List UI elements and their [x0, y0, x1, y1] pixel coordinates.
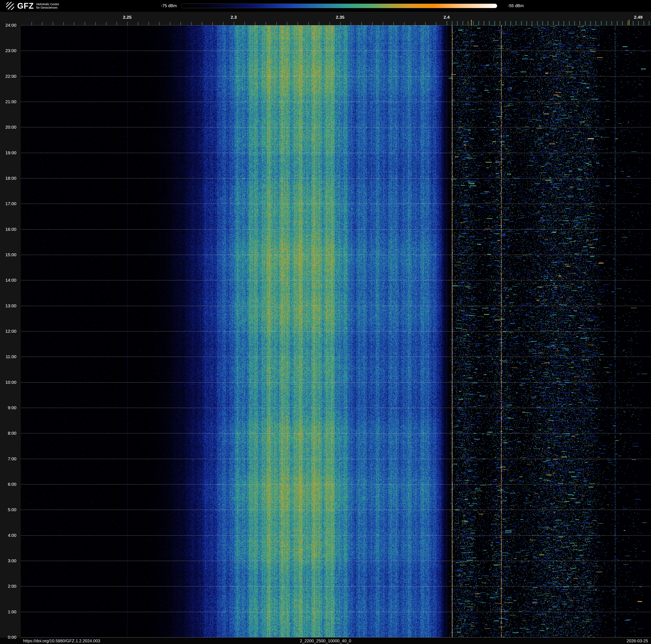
doi-link[interactable]: https://doi.org/10.5880/GFZ.1.2.2024.003: [23, 639, 100, 643]
freq-minor-tick: [266, 22, 266, 25]
time-label-6-00: 6:00: [0, 482, 17, 487]
time-label-22-00: 22:00: [0, 74, 17, 79]
time-label-21-00: 21:00: [0, 99, 17, 104]
time-label-19-00: 19:00: [0, 150, 17, 155]
time-label-17-00: 17:00: [0, 201, 17, 206]
freq-minor-tick: [404, 22, 404, 25]
freq-wifi-tick: [644, 21, 644, 25]
freq-minor-tick: [31, 22, 32, 25]
freq-label-2.49: 2.49: [634, 15, 643, 20]
time-label-15-00: 15:00: [0, 252, 17, 257]
freq-minor-tick: [244, 22, 245, 25]
freq-wifi-tick: [585, 21, 586, 25]
freq-minor-tick: [63, 22, 64, 25]
dataset-filename: 2_2200_2500_10000_40_0: [300, 639, 351, 643]
freq-minor-tick: [255, 22, 255, 25]
freq-minor-tick: [191, 22, 191, 25]
time-label-23-00: 23:00: [0, 48, 17, 53]
freq-wifi-tick: [452, 21, 452, 25]
freq-wifi-tick: [595, 21, 596, 25]
time-label-13-00: 13:00: [0, 303, 17, 308]
freq-minor-tick: [425, 22, 426, 25]
freq-wifi-tick: [553, 21, 554, 25]
time-label-9-00: 9:00: [0, 405, 17, 410]
time-label-3-00: 3:00: [0, 558, 17, 563]
freq-wifi-tick: [505, 21, 506, 25]
footer-bar: https://doi.org/10.5880/GFZ.1.2.2024.003…: [0, 638, 651, 644]
freq-minor-tick: [308, 22, 309, 25]
freq-wifi-tick: [649, 21, 649, 25]
colorbar-gradient: [181, 4, 497, 8]
freq-wifi-tick: [473, 21, 473, 25]
freq-wifi-tick: [617, 21, 617, 25]
freq-wifi-tick: [580, 21, 580, 25]
freq-minor-tick: [53, 22, 53, 25]
freq-minor-tick: [138, 22, 138, 25]
freq-wifi-tick: [495, 21, 495, 25]
time-label-5-00: 5:00: [0, 507, 17, 512]
freq-marker-tick: [471, 20, 472, 25]
colorbar-max-label: -55 dBm: [508, 3, 524, 8]
time-label-24-00: 24:00: [0, 23, 17, 28]
freq-minor-tick: [85, 22, 85, 25]
time-label-7-00: 7:00: [0, 456, 17, 461]
freq-minor-tick: [127, 22, 128, 25]
freq-wifi-tick: [627, 21, 628, 25]
time-label-2-00: 2:00: [0, 584, 17, 589]
freq-minor-tick: [393, 22, 394, 25]
freq-minor-tick: [436, 22, 436, 25]
spectrogram-viewer: GFZ Helmholtz Centre for Geosciences -75…: [0, 0, 651, 644]
freq-wifi-tick: [468, 21, 468, 25]
freq-wifi-tick: [612, 21, 612, 25]
freq-wifi-tick: [633, 21, 633, 25]
freq-minor-tick: [117, 22, 117, 25]
freq-minor-tick: [212, 22, 213, 25]
freq-wifi-tick: [510, 21, 511, 25]
freq-minor-tick: [202, 22, 202, 25]
freq-wifi-tick: [463, 21, 463, 25]
freq-wifi-tick: [447, 21, 447, 25]
freq-wifi-tick: [601, 21, 601, 25]
freq-wifi-tick: [622, 21, 623, 25]
hour-gridline: [21, 637, 651, 638]
freq-minor-tick: [276, 22, 277, 25]
time-label-8-00: 8:00: [0, 431, 17, 436]
freq-wifi-tick: [489, 21, 490, 25]
freq-wifi-tick: [638, 21, 639, 25]
freq-minor-tick: [74, 22, 74, 25]
freq-minor-tick: [180, 22, 181, 25]
date-label: 2026-03-25: [627, 639, 648, 643]
freq-wifi-tick: [590, 21, 591, 25]
spectrogram-canvas: [21, 25, 651, 637]
freq-label-2.3: 2.3: [230, 15, 237, 20]
freq-minor-tick: [340, 22, 341, 25]
freq-wifi-tick: [558, 21, 559, 25]
time-axis: 24:0023:0022:0021:0020:0019:0018:0017:00…: [0, 0, 21, 644]
freq-minor-tick: [351, 22, 351, 25]
time-label-14-00: 14:00: [0, 277, 17, 283]
time-label-0-00: 0:00: [0, 635, 17, 640]
colorbar-min-label: -75 dBm: [161, 3, 176, 8]
freq-wifi-tick: [521, 21, 522, 25]
freq-minor-tick: [234, 22, 234, 25]
time-label-11-00: 11:00: [0, 354, 17, 359]
time-label-18-00: 18:00: [0, 176, 17, 181]
freq-minor-tick: [383, 22, 383, 25]
header-bar: GFZ Helmholtz Centre for Geosciences -75…: [0, 0, 651, 12]
freq-label-2.4: 2.4: [443, 15, 450, 20]
freq-wifi-tick: [575, 21, 575, 25]
freq-minor-tick: [415, 22, 415, 25]
freq-wifi-tick: [606, 21, 607, 25]
freq-minor-tick: [372, 22, 373, 25]
freq-wifi-tick: [484, 21, 484, 25]
freq-minor-tick: [149, 22, 149, 25]
freq-minor-tick: [330, 22, 330, 25]
freq-wifi-tick: [457, 21, 458, 25]
time-label-20-00: 20:00: [0, 125, 17, 130]
freq-label-2.35: 2.35: [336, 15, 344, 20]
time-label-4-00: 4:00: [0, 533, 17, 538]
freq-label-2.25: 2.25: [123, 15, 131, 20]
freq-minor-tick: [159, 22, 160, 25]
time-label-12-00: 12:00: [0, 329, 17, 334]
freq-wifi-tick: [478, 21, 479, 25]
